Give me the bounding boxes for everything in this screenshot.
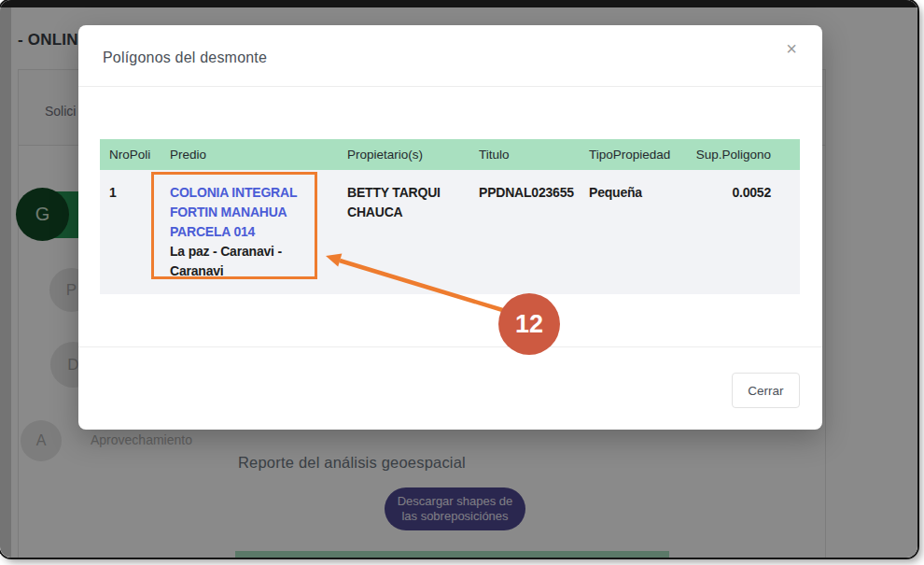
cell-suppoligono: 0.0052 <box>694 170 800 294</box>
modal-header: Polígonos del desmonte × <box>78 25 822 87</box>
header-propietario: Propietario(s) <box>347 148 479 162</box>
header-tipopropiedad: TipoPropiedad <box>589 148 694 162</box>
header-predio: Predio <box>170 148 347 162</box>
propietario-line1: BETTY TARQUI <box>347 183 479 203</box>
annotation-step-badge: 12 <box>498 293 560 355</box>
cerrar-button[interactable]: Cerrar <box>732 373 800 408</box>
cell-tipopropiedad: Pequeña <box>589 170 694 294</box>
annotation-highlight-box <box>151 172 317 279</box>
header-suppoligono: Sup.Poligono <box>694 148 800 162</box>
screenshot-frame: - ONLIN Solici G P D A Aprovechamiento R… <box>0 0 917 558</box>
table-header-row: NroPoli Predio Propietario(s) Titulo Tip… <box>100 139 800 170</box>
propietario-line2: CHAUCA <box>347 203 479 222</box>
header-nropoli: NroPoli <box>100 148 170 162</box>
modal-footer: Cerrar <box>78 346 822 430</box>
close-icon[interactable]: × <box>779 36 804 61</box>
frame-top-border <box>0 0 917 7</box>
cell-propietario: BETTY TARQUI CHAUCA <box>347 170 479 294</box>
modal-title: Polígonos del desmonte <box>103 49 267 66</box>
cell-titulo: PPDNAL023655 <box>479 170 589 294</box>
header-titulo: Titulo <box>479 148 589 162</box>
